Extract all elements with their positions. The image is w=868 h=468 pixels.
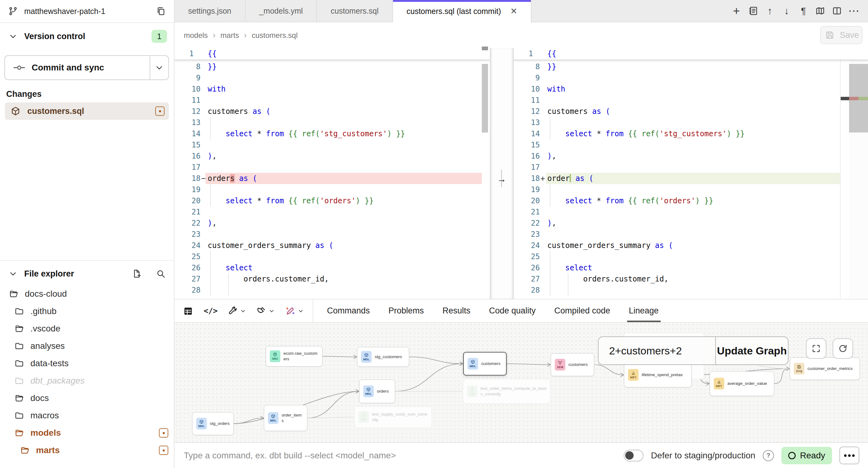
code-line[interactable]: 20 select * from {{ ref('orders') }} <box>175 195 490 207</box>
tree-item-dbt_packages[interactable]: dbt_packages <box>0 372 174 389</box>
defer-toggle[interactable] <box>624 450 644 462</box>
commit-and-sync-button[interactable]: Commit and sync <box>4 55 169 80</box>
status-more-button[interactable] <box>839 446 859 464</box>
code-line[interactable]: 9 <box>514 72 868 84</box>
breadcrumb-item[interactable]: marts <box>220 31 239 40</box>
file-explorer-header[interactable]: File explorer <box>0 264 174 283</box>
panel-tab-commands[interactable]: Commands <box>327 300 370 322</box>
panel-tab-results[interactable]: Results <box>442 300 470 322</box>
code-line[interactable]: 12customers as ( <box>175 106 490 117</box>
tab--models-yml[interactable]: _models.yml <box>246 0 317 22</box>
code-line[interactable]: 8}} <box>514 61 868 72</box>
copy-branch-icon[interactable] <box>155 5 167 18</box>
lineage-node-order_items[interactable]: MDLorder_items <box>264 405 307 431</box>
ide-status-button[interactable]: Ready <box>781 447 832 464</box>
help-icon[interactable]: ? <box>763 450 774 461</box>
code-line[interactable]: 15 <box>175 139 490 151</box>
save-button[interactable]: Save <box>820 26 862 44</box>
refresh-graph-button[interactable] <box>833 338 853 359</box>
fix-menu-button[interactable] <box>285 306 304 316</box>
diff-pane-modified[interactable]: 1{{8}}910with1112customers as (1314 sele… <box>514 48 868 299</box>
changed-file-row[interactable]: customers.sql <box>5 102 169 120</box>
command-input[interactable] <box>183 450 616 461</box>
breadcrumb-item[interactable]: models <box>184 31 208 40</box>
code-line[interactable]: 13 <box>514 117 868 128</box>
code-line[interactable]: 23 <box>175 229 490 240</box>
lineage-node-lifetime_spend_pretax[interactable]: METlifetime_spend_pretax <box>624 363 692 387</box>
new-tab-icon[interactable]: + <box>730 5 743 17</box>
tree-item-analyses[interactable]: analyses <box>0 337 174 355</box>
chevron-down-icon[interactable] <box>240 308 246 314</box>
code-line[interactable]: 28 <box>175 285 490 296</box>
lineage-node-orders_model[interactable]: MDLorders <box>359 379 395 403</box>
version-control-header[interactable]: Version control 1 <box>0 30 174 43</box>
panel-tab-code-quality[interactable]: Code quality <box>489 300 535 322</box>
tree-item-.github[interactable]: .github <box>0 303 174 320</box>
diff-overview-ruler[interactable] <box>849 48 868 299</box>
code-line[interactable]: 14 select * from {{ ref('stg_customers')… <box>514 128 868 139</box>
code-line[interactable]: 10with <box>514 84 868 95</box>
tree-item-docs-cloud[interactable]: docs-cloud <box>0 285 174 303</box>
tab-settings-json[interactable]: settings.json <box>175 0 246 22</box>
lineage-node-customers_model[interactable]: MDLcustomers <box>463 352 507 376</box>
fullscreen-button[interactable] <box>806 338 827 359</box>
formatting-marks-icon[interactable]: ¶ <box>797 5 810 17</box>
lineage-node-test_supply_costs[interactable]: TSTtest_supply_costs_sum_correctly <box>354 406 432 428</box>
tree-item-models[interactable]: models <box>0 424 174 442</box>
code-line[interactable]: 17 <box>175 162 490 173</box>
lineage-selector-input[interactable] <box>598 337 715 364</box>
search-icon[interactable] <box>155 268 167 280</box>
compile-code-button[interactable]: </> <box>204 306 218 315</box>
code-line[interactable]: 18+order as ( <box>514 173 868 184</box>
branch-row[interactable]: matthewshaver-patch-1 <box>0 0 174 23</box>
panel-tab-lineage[interactable]: Lineage <box>629 300 659 322</box>
update-graph-button[interactable]: Update Graph <box>715 337 788 364</box>
close-tab-icon[interactable]: ✕ <box>510 6 518 16</box>
results-table-button[interactable] <box>183 306 193 316</box>
scroll-up-icon[interactable]: ↑ <box>764 5 776 17</box>
lineage-node-test_order_items[interactable]: TSTtest_order_items_compute_to_bools_cor… <box>463 379 550 404</box>
lineage-node-customer_order_metrics[interactable]: SVQcustomer_order_metrics <box>790 357 860 380</box>
scroll-down-icon[interactable]: ↓ <box>780 5 793 17</box>
code-line[interactable]: 14 select * from {{ ref('stg_customers')… <box>175 128 490 139</box>
tree-item-.vscode[interactable]: .vscode <box>0 320 174 337</box>
code-line[interactable]: 21 <box>514 207 868 218</box>
code-line[interactable]: 20 select * from {{ ref('orders') }} <box>514 195 868 207</box>
code-line[interactable]: 22), <box>514 218 868 229</box>
tab-customers-sql-last-commit-[interactable]: customers.sql (last commit)✕ <box>393 0 532 22</box>
lineage-node-stg_orders[interactable]: MDLstg_orders <box>192 412 234 435</box>
lineage-canvas[interactable]: SRCecom.raw_customersMDLstg_customersMDL… <box>175 323 868 442</box>
panel-tab-compiled-code[interactable]: Compiled code <box>554 300 610 322</box>
code-line[interactable]: 12customers as ( <box>514 106 868 117</box>
code-line[interactable]: 8}} <box>175 61 490 72</box>
scrollbar-cap[interactable] <box>482 46 488 50</box>
code-line[interactable]: 13 <box>175 117 490 128</box>
format-menu-button[interactable] <box>257 306 275 316</box>
tree-item-marts[interactable]: marts <box>0 442 174 459</box>
code-line[interactable]: 23 <box>514 229 868 240</box>
tree-item-docs[interactable]: docs <box>0 389 174 407</box>
lineage-node-average_order_value[interactable]: METaverage_order_value <box>710 371 774 396</box>
breadcrumb-item[interactable]: customers.sql <box>252 31 298 40</box>
code-line[interactable]: 11 <box>175 95 490 106</box>
code-line[interactable]: 24customer_orders_summary as ( <box>175 240 490 251</box>
lineage-node-stg_customers[interactable]: MDLstg_customers <box>357 347 409 367</box>
code-line[interactable]: 11 <box>514 95 868 106</box>
split-editor-icon[interactable] <box>831 5 843 17</box>
accept-change-arrow-button[interactable]: → <box>492 173 511 185</box>
code-line[interactable]: 24customer_orders_summary as ( <box>514 240 868 251</box>
new-file-icon[interactable] <box>130 268 143 280</box>
code-line[interactable]: 16), <box>514 151 868 162</box>
code-line[interactable]: 10with <box>175 84 490 95</box>
lineage-node-raw_customers[interactable]: SRCecom.raw_customers <box>266 346 322 367</box>
code-line[interactable]: 27 orders.customer_id, <box>514 273 868 285</box>
code-line[interactable]: 9 <box>175 72 490 84</box>
editor-more-icon[interactable]: ⋯ <box>847 5 860 17</box>
minimap-icon[interactable] <box>814 5 827 17</box>
code-line[interactable]: 28 <box>514 285 868 296</box>
code-line[interactable]: 15 <box>514 139 868 151</box>
code-line[interactable]: 18−orders as ( <box>175 173 490 184</box>
code-line[interactable]: 17 <box>514 162 868 173</box>
lineage-node-customers_semantic[interactable]: SEMcustomers <box>551 353 594 376</box>
code-line[interactable]: 26 select <box>514 262 868 273</box>
